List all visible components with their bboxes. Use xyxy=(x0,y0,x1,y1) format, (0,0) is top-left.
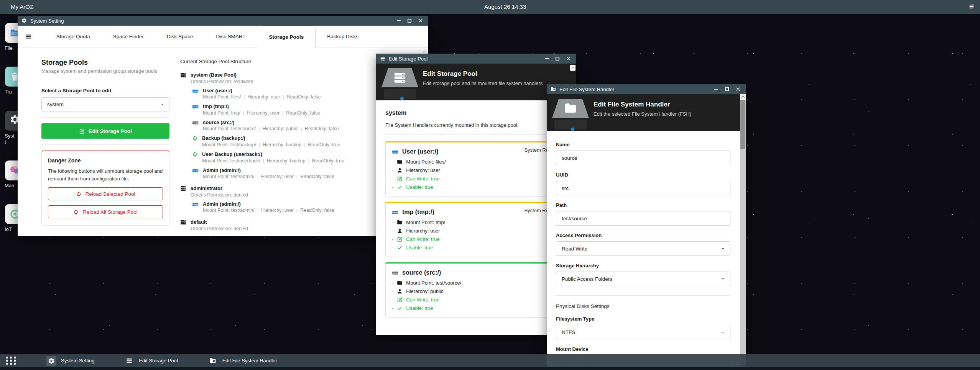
page-subtitle: Manage system and permission group stora… xyxy=(41,68,169,74)
edit-storage-pool-window: Edit Storage Pool Edit Storage Pool Edit… xyxy=(376,54,576,335)
field-label-filesystem-type: Filesystem Type xyxy=(556,316,730,322)
fsh-property-row: -Mount Point: test/source/ xyxy=(392,280,563,286)
fsh-property-row: -Mount Point: files/ xyxy=(392,159,563,165)
fsh-details: Mount Point: test/backup/|Hierarchy: bac… xyxy=(202,142,340,147)
scrollbar[interactable] xyxy=(740,94,746,370)
banner-title: Edit File System Handler xyxy=(594,101,670,108)
fsh-details: Mount Point: test/source/|Hierarchy: pub… xyxy=(203,126,339,131)
maximize-icon[interactable] xyxy=(725,87,729,92)
divider xyxy=(385,134,569,135)
fsh-card-list: User (user:/)System Reserved-Mount Point… xyxy=(385,141,569,318)
fsh-property-text: Can Write: true xyxy=(406,176,439,182)
name-field[interactable] xyxy=(556,151,730,165)
fsh-details: Mount Point: files/|Hierarchy: user|Read… xyxy=(203,94,321,100)
pool-name: administrator xyxy=(191,185,248,192)
check-icon xyxy=(397,305,403,311)
chevron-down-icon xyxy=(160,102,164,106)
access-permission-select[interactable]: Read Write xyxy=(556,241,730,256)
check-icon xyxy=(397,245,403,250)
edit-icon xyxy=(397,176,403,182)
close-icon[interactable] xyxy=(418,18,423,23)
edit-icon xyxy=(79,128,85,134)
drive-icon xyxy=(392,209,398,216)
folder-doc-icon xyxy=(551,87,556,92)
edit-storage-pool-button[interactable]: Edit Storage Pool xyxy=(41,123,169,139)
apps-grid-icon[interactable] xyxy=(6,357,16,365)
scrollbar-thumb[interactable] xyxy=(740,100,745,149)
taskbar-item-edit-file-system-handler[interactable]: Edit File System Handler xyxy=(208,356,277,366)
minimize-icon[interactable] xyxy=(545,56,549,61)
scroll-up-icon[interactable] xyxy=(740,94,746,100)
tab-space-finder[interactable]: Space Finder xyxy=(102,26,155,47)
brand-label: My ArOZ xyxy=(11,3,33,10)
storage-hierarchy-select[interactable]: Public Access Folders xyxy=(556,272,730,286)
fsh-property-text: Mount Point: tmp/ xyxy=(406,219,445,225)
fsh-property-text: Usable: true xyxy=(406,184,433,190)
hamburger-icon[interactable] xyxy=(25,33,32,40)
reload-selected-label: Reload Selected Pool xyxy=(86,191,135,197)
edit-icon xyxy=(397,297,403,303)
reload-selected-pool-button[interactable]: Reload Selected Pool xyxy=(48,187,163,200)
folder-icon xyxy=(564,102,577,115)
fsh-property-text: Hierarchy: public xyxy=(406,288,443,294)
scroll-up-icon[interactable] xyxy=(570,65,576,71)
folder-doc-icon xyxy=(208,356,218,366)
field-label-mount-device: Mount Device xyxy=(556,346,730,352)
gear-icon xyxy=(21,18,27,23)
list-icon xyxy=(380,56,385,61)
server-icon xyxy=(180,219,186,225)
taskbar-item-label: Edit Storage Pool xyxy=(139,358,178,363)
minimize-icon[interactable] xyxy=(397,18,401,23)
pool-permission: Other's Permission: denied xyxy=(191,192,248,198)
clock-label: August 26 14:33 xyxy=(484,3,526,10)
taskbar-item-system-setting[interactable]: System Setting xyxy=(46,356,94,366)
close-icon[interactable] xyxy=(566,56,571,61)
page-title: Storage Pools xyxy=(41,59,169,67)
window-title: Edit File System Handler xyxy=(559,87,711,92)
edit-fsh-form: NameUUIDPathAccess PermissionRead WriteS… xyxy=(547,131,746,370)
field-label-path: Path xyxy=(556,202,730,208)
taskbar-item-edit-storage-pool[interactable]: Edit Storage Pool xyxy=(124,356,178,366)
user-icon xyxy=(397,228,403,234)
danger-zone-card: Danger Zone The following buttons will u… xyxy=(41,151,169,226)
path-field[interactable] xyxy=(556,211,730,226)
bottom-strip xyxy=(0,367,980,370)
refresh-icon xyxy=(73,209,79,215)
fsh-property-row: -Hierarchy: user xyxy=(392,228,563,234)
close-icon[interactable] xyxy=(736,87,740,92)
fsh-property-row: -Usable: true xyxy=(392,305,563,311)
drive-icon xyxy=(392,270,398,276)
fsh-property-row: -Can Write: true xyxy=(392,236,563,242)
fsh-property-text: Hierarchy: user xyxy=(406,167,440,173)
window-title: Edit Storage Pool xyxy=(389,56,541,62)
tab-storage-pools[interactable]: Storage Pools xyxy=(257,26,316,48)
uuid-field[interactable] xyxy=(556,181,730,195)
system-setting-titlebar[interactable]: System Setting xyxy=(18,16,428,26)
minimize-icon[interactable] xyxy=(714,87,718,92)
divider xyxy=(556,295,730,296)
tab-disk-smart[interactable]: Disk SMART xyxy=(204,26,257,47)
fsh-property-text: Mount Point: files/ xyxy=(406,159,446,165)
check-icon xyxy=(397,184,403,190)
pool-name: default xyxy=(191,219,248,225)
edit-storage-pool-titlebar[interactable]: Edit Storage Pool xyxy=(376,54,576,64)
reload-all-pool-button[interactable]: Reload All Storage Pool xyxy=(48,205,163,218)
reload-all-label: Reload All Storage Pool xyxy=(83,209,138,215)
edit-fsh-titlebar[interactable]: Edit File System Handler xyxy=(547,84,746,94)
divider xyxy=(41,117,169,118)
fsh-property-row: -Mount Point: tmp/ xyxy=(392,219,563,225)
maximize-icon[interactable] xyxy=(408,18,411,23)
tab-disk-space[interactable]: Disk Space xyxy=(155,26,204,47)
user-icon xyxy=(397,167,403,173)
chevron-down-icon xyxy=(721,277,725,281)
banner-subtitle: Edit storage pool and its mounted file s… xyxy=(423,80,543,86)
fsh-card-user-user: User (user:/)System Reserved-Mount Point… xyxy=(385,141,569,196)
maximize-icon[interactable] xyxy=(556,56,559,61)
pool-name: system (Base Pool) xyxy=(191,72,253,78)
edit-fsh-window: Edit File System Handler Edit File Syste… xyxy=(547,84,746,370)
top-menu-icon[interactable] xyxy=(968,3,975,10)
pool-select[interactable]: system xyxy=(41,97,169,111)
tab-backup-disks[interactable]: Backup Disks xyxy=(316,26,370,47)
filesystem-type-select[interactable]: NTFS xyxy=(556,325,730,339)
tab-storage-quota[interactable]: Storage Quota xyxy=(45,26,102,47)
